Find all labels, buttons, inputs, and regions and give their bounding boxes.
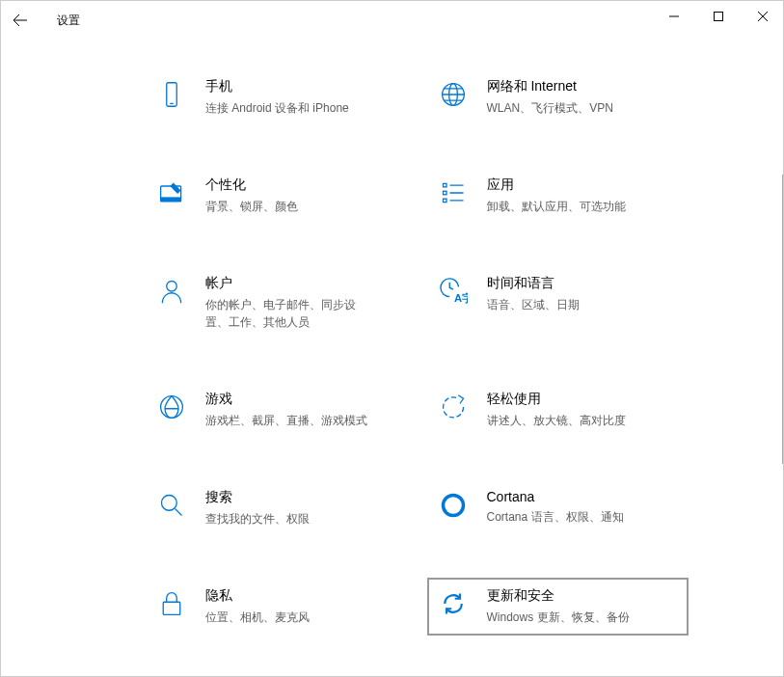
svg-text:A字: A字 (453, 292, 467, 304)
tile-desc: 查找我的文件、权限 (205, 510, 369, 528)
tile-apps[interactable]: 应用 卸载、默认应用、可选功能 (427, 167, 689, 225)
cortana-icon (437, 489, 470, 522)
tile-title: Cortana (487, 489, 680, 504)
tile-desc: 讲述人、放大镜、高对比度 (487, 412, 651, 429)
tile-desc: 语音、区域、日期 (487, 296, 651, 313)
apps-icon (437, 176, 470, 209)
tile-desc: WLAN、飞行模式、VPN (487, 99, 651, 117)
personalization-icon (155, 176, 188, 209)
window-title: 设置 (57, 13, 80, 29)
svg-point-10 (167, 282, 177, 292)
tile-network[interactable]: 网络和 Internet WLAN、飞行模式、VPN (427, 68, 689, 126)
svg-rect-0 (715, 13, 723, 21)
svg-point-13 (162, 496, 177, 511)
tile-desc: Windows 更新、恢复、备份 (487, 609, 651, 626)
tile-title: 隐私 (205, 587, 398, 605)
tile-desc: Cortana 语言、权限、通知 (487, 508, 651, 526)
back-button[interactable] (1, 1, 40, 40)
tile-phone[interactable]: 手机 连接 Android 设备和 iPhone (146, 68, 408, 126)
svg-rect-9 (443, 199, 446, 203)
back-arrow-icon (13, 13, 28, 28)
svg-rect-8 (443, 191, 446, 195)
gaming-icon (155, 391, 188, 423)
svg-rect-15 (163, 602, 180, 614)
tile-privacy[interactable]: 隐私 位置、相机、麦克风 (146, 578, 408, 636)
update-icon (437, 587, 470, 620)
phone-icon (155, 78, 188, 111)
close-icon (758, 12, 768, 21)
globe-icon (437, 78, 470, 111)
tile-title: 网络和 Internet (487, 78, 680, 95)
tile-desc: 你的帐户、电子邮件、同步设置、工作、其他人员 (205, 296, 369, 331)
tile-desc: 背景、锁屏、颜色 (205, 198, 369, 215)
accounts-icon (155, 275, 188, 308)
tile-accounts[interactable]: 帐户 你的帐户、电子邮件、同步设置、工作、其他人员 (146, 265, 408, 340)
tile-search[interactable]: 搜索 查找我的文件、权限 (146, 479, 408, 537)
settings-grid: 手机 连接 Android 设备和 iPhone 网络和 Internet WL… (1, 40, 784, 664)
tile-title: 个性化 (205, 176, 398, 194)
tile-gaming[interactable]: 游戏 游戏栏、截屏、直播、游戏模式 (146, 381, 408, 439)
svg-rect-6 (161, 197, 181, 201)
tile-title: 帐户 (205, 275, 398, 292)
tile-title: 时间和语言 (487, 275, 680, 292)
tile-time-language[interactable]: A字 时间和语言 语音、区域、日期 (427, 265, 689, 340)
tile-title: 应用 (487, 176, 680, 194)
tile-desc: 游戏栏、截屏、直播、游戏模式 (205, 412, 369, 429)
svg-point-12 (161, 396, 183, 419)
search-icon (155, 489, 188, 522)
tile-desc: 位置、相机、麦克风 (205, 609, 369, 626)
tile-personalization[interactable]: 个性化 背景、锁屏、颜色 (146, 167, 408, 225)
tile-update-security[interactable]: 更新和安全 Windows 更新、恢复、备份 (427, 578, 689, 636)
tile-desc: 卸载、默认应用、可选功能 (487, 198, 651, 215)
svg-rect-1 (167, 83, 177, 107)
maximize-button[interactable] (696, 1, 741, 32)
tile-ease-of-access[interactable]: 轻松使用 讲述人、放大镜、高对比度 (427, 381, 689, 439)
tile-cortana[interactable]: Cortana Cortana 语言、权限、通知 (427, 479, 689, 537)
tile-title: 游戏 (205, 391, 398, 408)
lock-icon (155, 587, 188, 620)
svg-rect-7 (443, 183, 446, 187)
minimize-button[interactable] (652, 1, 696, 32)
tile-title: 手机 (205, 78, 398, 95)
time-language-icon: A字 (437, 275, 470, 308)
tile-title: 轻松使用 (487, 391, 680, 408)
close-button[interactable] (741, 1, 784, 32)
maximize-icon (714, 12, 723, 21)
tile-desc: 连接 Android 设备和 iPhone (205, 99, 369, 117)
ease-of-access-icon (437, 391, 470, 423)
minimize-icon (669, 12, 679, 21)
tile-title: 更新和安全 (487, 587, 680, 605)
tile-title: 搜索 (205, 489, 398, 506)
svg-rect-2 (170, 103, 174, 104)
svg-point-14 (443, 496, 463, 516)
